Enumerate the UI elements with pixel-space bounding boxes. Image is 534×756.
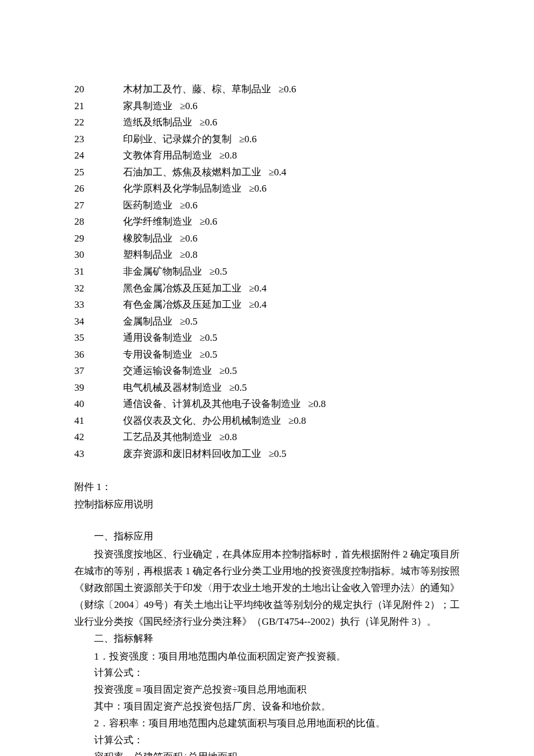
table-row: 35通用设备制造业 ≥0.5 — [74, 330, 460, 347]
row-name-value: 造纸及纸制品业 ≥0.6 — [123, 114, 460, 131]
row-code: 36 — [74, 347, 123, 363]
row-code: 23 — [74, 131, 123, 148]
row-code: 33 — [74, 297, 123, 314]
row-code: 30 — [74, 247, 123, 264]
table-row: 21家具制造业 ≥0.6 — [74, 98, 460, 115]
table-row: 41仪器仪表及文化、办公用机械制造业 ≥0.8 — [74, 413, 460, 430]
row-code: 35 — [74, 330, 123, 347]
row-code: 43 — [74, 446, 123, 463]
row-name-value: 通用设备制造业 ≥0.5 — [123, 330, 460, 347]
section-2-line-7: 容积率＝总建筑面积÷总用地面积 — [74, 749, 460, 756]
table-row: 23印刷业、记录媒介的复制 ≥0.6 — [74, 131, 460, 148]
row-code: 40 — [74, 396, 123, 413]
row-name-value: 交通运输设备制造业 ≥0.5 — [123, 363, 460, 380]
row-code: 27 — [74, 197, 123, 214]
row-name-value: 有色金属冶炼及压延加工业 ≥0.4 — [123, 297, 460, 314]
table-row: 24文教体育用品制造业 ≥0.8 — [74, 147, 460, 164]
row-name-value: 家具制造业 ≥0.6 — [123, 98, 460, 115]
row-code: 29 — [74, 231, 123, 247]
table-row: 36专用设备制造业 ≥0.5 — [74, 347, 460, 363]
section-2-line-5: 2．容积率：项目用地范围内总建筑面积与项目总用地面积的比值。 — [74, 715, 460, 732]
row-code: 26 — [74, 181, 123, 197]
row-name-value: 文教体育用品制造业 ≥0.8 — [123, 147, 460, 164]
attachment-title: 控制指标应用说明 — [74, 496, 460, 513]
row-name-value: 黑色金属冶炼及压延加工业 ≥0.4 — [123, 280, 460, 297]
table-row: 33有色金属冶炼及压延加工业 ≥0.4 — [74, 297, 460, 314]
section-2-title: 二、指标解释 — [74, 631, 460, 647]
row-name-value: 化学纤维制造业 ≥0.6 — [123, 214, 460, 231]
row-name-value: 木材加工及竹、藤、棕、草制品业 ≥0.6 — [123, 81, 460, 98]
row-code: 21 — [74, 98, 123, 115]
row-code: 24 — [74, 147, 123, 164]
section-1-title: 一、指标应用 — [74, 528, 460, 545]
table-row: 37交通运输设备制造业 ≥0.5 — [74, 363, 460, 380]
table-row: 28化学纤维制造业 ≥0.6 — [74, 214, 460, 231]
table-row: 34金属制品业 ≥0.5 — [74, 314, 460, 330]
table-row: 29橡胶制品业 ≥0.6 — [74, 231, 460, 247]
attachment-number: 附件 1： — [74, 479, 460, 496]
row-code: 20 — [74, 81, 123, 98]
table-row: 20木材加工及竹、藤、棕、草制品业 ≥0.6 — [74, 81, 460, 98]
row-code: 31 — [74, 264, 123, 280]
table-row: 32黑色金属冶炼及压延加工业 ≥0.4 — [74, 280, 460, 297]
section-2-line-4: 其中：项目固定资产总投资包括厂房、设备和地价款。 — [74, 699, 460, 715]
table-row: 25石油加工、炼焦及核燃料加工业 ≥0.4 — [74, 164, 460, 181]
row-name-value: 金属制品业 ≥0.5 — [123, 314, 460, 330]
row-code: 42 — [74, 429, 123, 446]
row-name-value: 废弃资源和废旧材料回收加工业 ≥0.5 — [123, 446, 460, 463]
industry-list: 20木材加工及竹、藤、棕、草制品业 ≥0.621家具制造业 ≥0.622造纸及纸… — [74, 81, 460, 463]
table-row: 26化学原料及化学制品制造业 ≥0.6 — [74, 181, 460, 197]
table-row: 22造纸及纸制品业 ≥0.6 — [74, 114, 460, 131]
row-name-value: 工艺品及其他制造业 ≥0.8 — [123, 429, 460, 446]
row-code: 37 — [74, 363, 123, 380]
row-name-value: 通信设备、计算机及其他电子设备制造业 ≥0.8 — [123, 396, 460, 413]
section-2-line-3: 投资强度＝项目固定资产总投资÷项目总用地面积 — [74, 682, 460, 699]
row-name-value: 橡胶制品业 ≥0.6 — [123, 231, 460, 247]
row-name-value: 专用设备制造业 ≥0.5 — [123, 347, 460, 363]
section-2-line-1: 1．投资强度：项目用地范围内单位面积固定资产投资额。 — [74, 649, 460, 665]
table-row: 27医药制造业 ≥0.6 — [74, 197, 460, 214]
table-row: 39电气机械及器材制造业 ≥0.5 — [74, 380, 460, 397]
row-name-value: 印刷业、记录媒介的复制 ≥0.6 — [123, 131, 460, 148]
row-name-value: 塑料制品业 ≥0.8 — [123, 247, 460, 264]
row-code: 28 — [74, 214, 123, 231]
table-row: 30塑料制品业 ≥0.8 — [74, 247, 460, 264]
row-code: 25 — [74, 164, 123, 181]
row-name-value: 石油加工、炼焦及核燃料加工业 ≥0.4 — [123, 164, 460, 181]
section-1-paragraph: 投资强度按地区、行业确定，在具体应用本控制指标时，首先根据附件 2 确定项目所在… — [74, 546, 460, 630]
table-row: 31非金属矿物制品业 ≥0.5 — [74, 264, 460, 280]
row-name-value: 非金属矿物制品业 ≥0.5 — [123, 264, 460, 280]
row-name-value: 仪器仪表及文化、办公用机械制造业 ≥0.8 — [123, 413, 460, 430]
section-2-line-2: 计算公式： — [74, 665, 460, 682]
row-code: 22 — [74, 114, 123, 131]
row-name-value: 医药制造业 ≥0.6 — [123, 197, 460, 214]
row-name-value: 电气机械及器材制造业 ≥0.5 — [123, 380, 460, 397]
section-2-line-6: 计算公式： — [74, 732, 460, 749]
row-name-value: 化学原料及化学制品制造业 ≥0.6 — [123, 181, 460, 197]
table-row: 43废弃资源和废旧材料回收加工业 ≥0.5 — [74, 446, 460, 463]
row-code: 39 — [74, 380, 123, 397]
row-code: 32 — [74, 280, 123, 297]
row-code: 41 — [74, 413, 123, 430]
table-row: 42工艺品及其他制造业 ≥0.8 — [74, 429, 460, 446]
table-row: 40通信设备、计算机及其他电子设备制造业 ≥0.8 — [74, 396, 460, 413]
row-code: 34 — [74, 314, 123, 330]
